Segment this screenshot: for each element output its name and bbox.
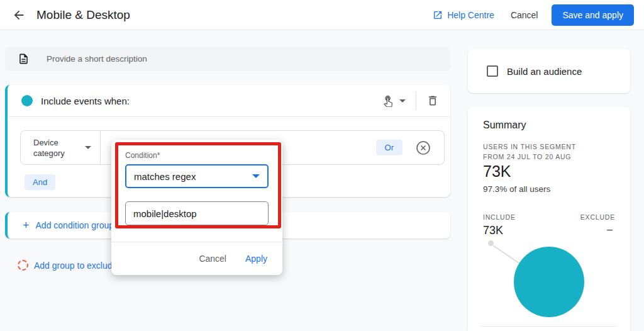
include-column-label: INCLUDE (483, 213, 516, 221)
exclude-column-label: EXCLUDE (580, 213, 615, 221)
document-icon (18, 53, 30, 65)
plus-icon: + (23, 221, 30, 230)
build-audience-card: Build an audience (468, 49, 630, 93)
help-centre-label: Help Centre (447, 10, 494, 20)
popup-apply-button[interactable]: Apply (245, 254, 267, 264)
page-title: Mobile & Desktop (36, 8, 130, 22)
condition-field-label: Condition* (125, 151, 269, 160)
condition-popup: Condition* matches regex Cancel Apply (111, 140, 282, 275)
include-title: Include events when: (41, 96, 130, 106)
popup-footer: Cancel Apply (111, 242, 282, 275)
or-chip-button[interactable]: Or (376, 140, 402, 155)
chevron-down-icon (85, 146, 91, 149)
exclude-users-value: – (607, 224, 613, 235)
remove-condition-button[interactable] (415, 140, 431, 156)
build-audience-checkbox[interactable] (487, 65, 498, 77)
dimension-label: Device category (33, 137, 80, 159)
cancel-button[interactable]: Cancel (511, 10, 538, 20)
top-bar: Mobile & Desktop Help Centre Cancel Save… (0, 0, 644, 30)
help-centre-link[interactable]: Help Centre (433, 10, 494, 20)
operator-value: matches regex (134, 171, 196, 182)
include-card-header: Include events when: (8, 85, 450, 117)
popup-cancel-button[interactable]: Cancel (199, 254, 226, 264)
condition-value-input[interactable] (125, 201, 269, 225)
save-and-apply-button[interactable]: Save and apply (552, 4, 634, 26)
back-button[interactable] (10, 6, 28, 24)
dimension-dropdown[interactable]: Device category (21, 131, 101, 164)
trash-icon (426, 94, 439, 107)
description-input[interactable]: Provide a short description (5, 47, 450, 71)
summary-card: Summary USERS IN THIS SEGMENT FROM 24 JU… (468, 107, 630, 331)
build-audience-label: Build an audience (507, 66, 582, 77)
include-users-value: 73K (483, 224, 503, 237)
bubble-anchor-dot (488, 240, 494, 246)
add-condition-group-button[interactable]: + Add condition group (23, 220, 114, 230)
summary-title: Summary (483, 120, 526, 131)
description-placeholder: Provide a short description (47, 54, 147, 64)
touch-app-icon (382, 94, 394, 107)
summary-divider (480, 326, 618, 327)
include-dot (21, 95, 33, 106)
open-in-new-icon (433, 10, 443, 20)
chevron-down-icon (252, 174, 260, 178)
and-chip-button[interactable]: And (25, 174, 55, 190)
exclude-dashed-circle-icon (18, 260, 28, 271)
scope-selector-button[interactable] (382, 94, 406, 107)
delete-group-button[interactable] (426, 94, 439, 107)
add-group-to-exclude-button[interactable]: Add group to exclude (18, 260, 117, 271)
circle-x-icon (415, 140, 431, 156)
summary-caption-line2: FROM 24 JUL TO 20 AUG (483, 153, 571, 160)
chevron-down-icon (399, 99, 406, 103)
divider (416, 91, 416, 110)
arrow-back-icon (12, 8, 26, 22)
summary-users-value: 73K (483, 162, 511, 181)
include-bubble-chart (514, 247, 584, 317)
add-condition-group-label: Add condition group (36, 220, 114, 230)
add-group-to-exclude-label: Add group to exclude (34, 261, 117, 271)
summary-caption-line1: USERS IN THIS SEGMENT (483, 143, 576, 150)
operator-select[interactable]: matches regex (125, 164, 269, 188)
summary-percent-text: 97.3% of all users (483, 184, 550, 194)
